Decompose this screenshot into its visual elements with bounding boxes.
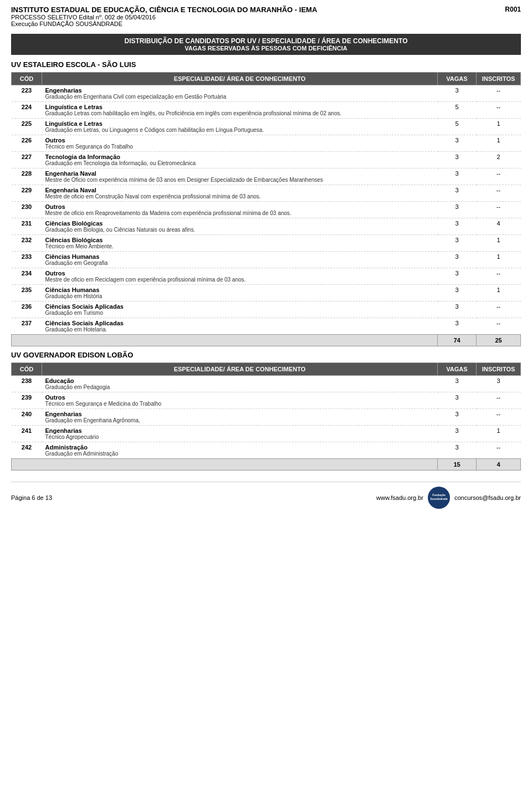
svg-text:Fundação: Fundação xyxy=(432,493,446,497)
process-text: PROCESSO SELETIVO Edital nº. 002 de 05/0… xyxy=(11,14,156,21)
main-text: Ciências Humanas xyxy=(45,287,434,293)
inscritos-cell: 1 xyxy=(477,119,521,135)
esp-cell: Engenharias Graduação em Engenharia Civi… xyxy=(42,85,438,102)
esp-cell: Ciências Humanas Graduação em Geografia xyxy=(42,252,438,268)
inscritos-cell: -- xyxy=(477,301,521,318)
uv2-totals-row: 15 4 xyxy=(12,459,521,471)
footer-website: www.fsadu.org.br xyxy=(376,494,423,501)
vagas-cell: 3 xyxy=(438,85,477,102)
uv1-table-header: CÓD ESPECIALIDADE/ ÁREA DE CONHECIMENTO … xyxy=(12,73,521,85)
table-row: 236 Ciências Sociais Aplicadas Graduação… xyxy=(12,301,521,318)
table-row: 223 Engenharias Graduação em Engenharia … xyxy=(12,85,521,102)
uv2-table-body: 238 Educação Graduação em Pedagogia 3 3 … xyxy=(12,376,521,459)
inscritos-cell: 1 xyxy=(477,235,521,252)
uv1-totals-row: 74 25 xyxy=(12,335,521,346)
main-text: Outros xyxy=(45,270,434,277)
table-row: 242 Administração Graduação em Administr… xyxy=(12,442,521,459)
vagas-cell: 3 xyxy=(438,318,477,335)
inscritos-cell: -- xyxy=(477,392,521,409)
table-row: 229 Engenharia Naval Mestre de oficio em… xyxy=(12,185,521,202)
vagas-cell: 3 xyxy=(438,252,477,268)
inscritos-cell: -- xyxy=(477,268,521,285)
cod-cell: 240 xyxy=(12,409,42,426)
main-text: Engenharia Naval xyxy=(45,187,434,193)
table-row: 238 Educação Graduação em Pedagogia 3 3 xyxy=(12,376,521,392)
header: INSTITUTO ESTADUAL DE EDUCAÇÃO, CIÊNCIA … xyxy=(11,6,521,32)
esp-cell: Ciências Humanas Graduação em História xyxy=(42,285,438,301)
esp-cell: Outros Mestre de oficio em Reciclagem co… xyxy=(42,268,438,285)
vagas-cell: 3 xyxy=(438,376,477,392)
esp-cell: Educação Graduação em Pedagogia xyxy=(42,376,438,392)
main-text: Linguística e Letras xyxy=(45,104,434,110)
main-title: DISTRIBUIÇÃO DE CANDIDATOS POR UV / ESPE… xyxy=(17,37,515,45)
vagas-cell: 3 xyxy=(438,235,477,252)
sub-text: Graduação em História xyxy=(45,293,434,299)
esp-cell: Administração Graduação em Administração xyxy=(42,442,438,459)
sub-text: Graduação em Hotelaria. xyxy=(45,326,434,333)
sub-text: Mestre de Oficio com experiência mínima … xyxy=(45,177,434,183)
inscritos-cell: 1 xyxy=(477,285,521,301)
cod-cell: 235 xyxy=(12,285,42,301)
vagas-cell: 3 xyxy=(438,285,477,301)
sub-text: Graduação em Geografia xyxy=(45,260,434,266)
sub-text: Graduação em Turismo xyxy=(45,310,434,316)
ref-number: R001 xyxy=(505,6,521,13)
process-info: PROCESSO SELETIVO Edital nº. 002 de 05/0… xyxy=(11,14,317,27)
vagas-cell: 3 xyxy=(438,135,477,152)
main-text: Engenharia Naval xyxy=(45,170,434,177)
main-text: Administração xyxy=(45,444,434,451)
esp-cell: Ciências Sociais Aplicadas Graduação em … xyxy=(42,318,438,335)
sub-text: Técnico Agropecuário xyxy=(45,434,434,440)
institution-block: INSTITUTO ESTADUAL DE EDUCAÇÃO, CIÊNCIA … xyxy=(11,6,317,32)
uv2-title: UV GOVERNADOR EDISON LOBÃO xyxy=(11,351,521,359)
vagas-cell: 3 xyxy=(438,168,477,185)
table-row: 239 Outros Técnico em Segurança e Medici… xyxy=(12,392,521,409)
page: INSTITUTO ESTADUAL DE EDUCAÇÃO, CIÊNCIA … xyxy=(0,0,532,787)
table-row: 232 Ciências Biológicas Técnico em Meio … xyxy=(12,235,521,252)
esp-cell: Tecnologia da Informação Graduação em Te… xyxy=(42,152,438,168)
inscritos-cell: -- xyxy=(477,85,521,102)
cod-cell: 232 xyxy=(12,235,42,252)
sub-text: Graduação em Tecnologia da Informação, o… xyxy=(45,160,434,166)
main-text: Engenharias xyxy=(45,427,434,434)
esp-cell: Engenharias Graduação em Engenharia Agrô… xyxy=(42,409,438,426)
header-cod: CÓD xyxy=(12,73,42,85)
cod-cell: 224 xyxy=(12,102,42,119)
cod-cell: 225 xyxy=(12,119,42,135)
main-text: Engenharias xyxy=(45,411,434,417)
uv2-total-inscritos: 4 xyxy=(477,459,521,471)
inscritos-cell: -- xyxy=(477,102,521,119)
footer-email: concursos@fsadu.org.br xyxy=(454,494,521,501)
cod-cell: 226 xyxy=(12,135,42,152)
main-text: Engenharias xyxy=(45,87,434,94)
vagas-cell: 3 xyxy=(438,426,477,442)
sub-text: Técnico em Segurança do Trabalho xyxy=(45,144,434,150)
sub-text: Graduação Letras com habilitação em Ingl… xyxy=(45,110,434,116)
uv2-table-header: CÓD ESPECIALIDADE/ ÁREA DE CONHECIMENTO … xyxy=(12,363,521,376)
inscritos-cell: 4 xyxy=(477,218,521,235)
cod-cell: 229 xyxy=(12,185,42,202)
footer-logo-block: www.fsadu.org.br Fundação Sousândrade co… xyxy=(376,487,521,509)
cod-cell: 241 xyxy=(12,426,42,442)
svg-text:Sousândrade: Sousândrade xyxy=(430,497,448,500)
vagas-cell: 3 xyxy=(438,409,477,426)
table-row: 240 Engenharias Graduação em Engenharia … xyxy=(12,409,521,426)
sub-text: Graduação em Administração xyxy=(45,451,434,457)
vagas-cell: 3 xyxy=(438,442,477,459)
table-row: 237 Ciências Sociais Aplicadas Graduação… xyxy=(12,318,521,335)
sub-text: Mestre de oficio em Reciclagem com exper… xyxy=(45,277,434,283)
table-row: 224 Linguística e Letras Graduação Letra… xyxy=(12,102,521,119)
inscritos-cell: 2 xyxy=(477,152,521,168)
sub-text: Mestre de oficio em Reaproveitamento da … xyxy=(45,210,434,216)
main-text: Outros xyxy=(45,394,434,401)
vagas-cell: 5 xyxy=(438,119,477,135)
sub-text: Técnico em Segurança e Medicina do Traba… xyxy=(45,401,434,407)
cod-cell: 236 xyxy=(12,301,42,318)
table-row: 231 Ciências Biológicas Graduação em Bio… xyxy=(12,218,521,235)
esp-cell: Engenharia Naval Mestre de oficio em Con… xyxy=(42,185,438,202)
cod-cell: 231 xyxy=(12,218,42,235)
vagas-cell: 3 xyxy=(438,218,477,235)
main-text: Ciências Sociais Aplicadas xyxy=(45,303,434,310)
vagas-cell: 5 xyxy=(438,102,477,119)
sub-text: Graduação em Engenharia Agrônoma, xyxy=(45,417,434,423)
